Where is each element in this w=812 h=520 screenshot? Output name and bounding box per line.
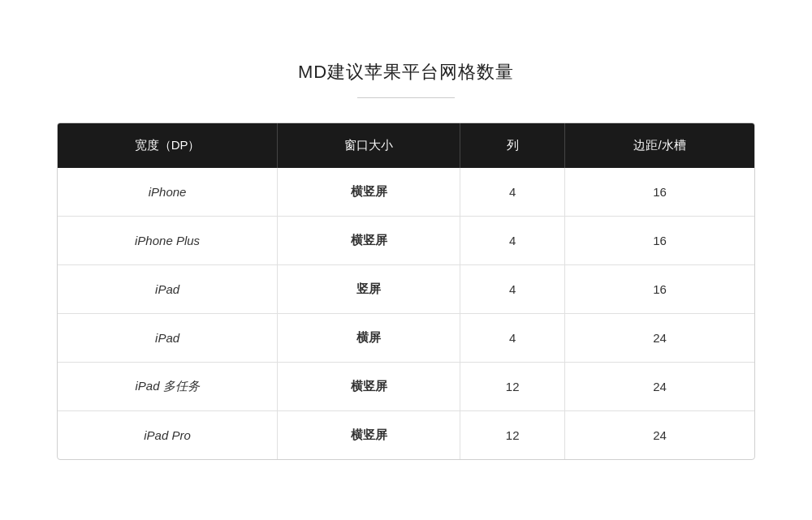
grid-table: 宽度（DP） 窗口大小 列 边距/水槽 iPhone 横竖屏 4 16 iPho…: [58, 123, 754, 459]
col-header-window: 窗口大小: [278, 123, 460, 168]
cell-width: iPad: [58, 265, 278, 314]
cell-columns: 4: [460, 168, 565, 217]
header-row: 宽度（DP） 窗口大小 列 边距/水槽: [58, 123, 754, 168]
cell-width: iPad: [58, 314, 278, 363]
cell-margin: 24: [565, 363, 754, 411]
page-title: MD建议苹果平台网格数量: [57, 60, 755, 84]
cell-margin: 24: [565, 314, 754, 363]
cell-columns: 12: [460, 411, 565, 460]
table-row: iPad Pro 横竖屏 12 24: [58, 411, 754, 460]
cell-width: iPad 多任务: [58, 363, 278, 411]
cell-columns: 4: [460, 314, 565, 363]
cell-window: 横竖屏: [278, 363, 460, 411]
table-row: iPad 横屏 4 24: [58, 314, 754, 363]
cell-width: iPhone Plus: [58, 217, 278, 265]
table-row: iPhone Plus 横竖屏 4 16: [58, 217, 754, 265]
cell-margin: 16: [565, 168, 754, 217]
cell-window: 横屏: [278, 314, 460, 363]
cell-margin: 16: [565, 265, 754, 314]
table-row: iPhone 横竖屏 4 16: [58, 168, 754, 217]
col-header-margin: 边距/水槽: [565, 123, 754, 168]
col-header-width: 宽度（DP）: [58, 123, 278, 168]
cell-width: iPad Pro: [58, 411, 278, 460]
cell-columns: 4: [460, 217, 565, 265]
table-wrapper: 宽度（DP） 窗口大小 列 边距/水槽 iPhone 横竖屏 4 16 iPho…: [57, 122, 755, 460]
page-container: MD建议苹果平台网格数量 宽度（DP） 窗口大小 列 边距/水槽 iPhone …: [41, 28, 771, 492]
cell-window: 竖屏: [278, 265, 460, 314]
cell-columns: 12: [460, 363, 565, 411]
cell-width: iPhone: [58, 168, 278, 217]
cell-margin: 24: [565, 411, 754, 460]
cell-window: 横竖屏: [278, 217, 460, 265]
cell-window: 横竖屏: [278, 411, 460, 460]
table-body: iPhone 横竖屏 4 16 iPhone Plus 横竖屏 4 16 iPa…: [58, 168, 754, 459]
cell-columns: 4: [460, 265, 565, 314]
cell-window: 横竖屏: [278, 168, 460, 217]
table-header: 宽度（DP） 窗口大小 列 边距/水槽: [58, 123, 754, 168]
col-header-columns: 列: [460, 123, 565, 168]
cell-margin: 16: [565, 217, 754, 265]
title-divider: [357, 97, 455, 98]
table-row: iPad 竖屏 4 16: [58, 265, 754, 314]
table-row: iPad 多任务 横竖屏 12 24: [58, 363, 754, 411]
